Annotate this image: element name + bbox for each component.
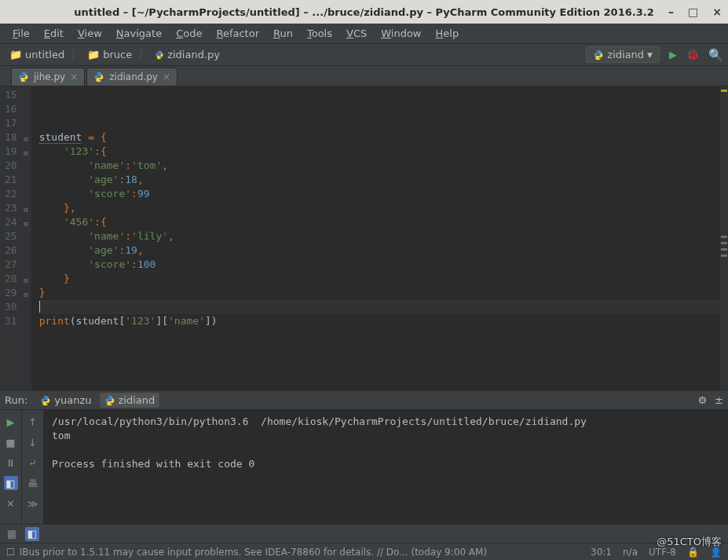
pause-button[interactable]: ⏸ [4, 456, 18, 470]
menu-navigate[interactable]: Navigate [110, 25, 168, 42]
stripe-mark-icon [721, 242, 727, 244]
rerun-button[interactable]: ▶ [4, 415, 18, 429]
chevron-right-icon: 〉 [137, 48, 150, 62]
event-log-icon[interactable]: ☐ [6, 547, 15, 558]
code-line[interactable]: } [39, 286, 728, 300]
stop-button[interactable]: ■ [4, 435, 18, 449]
pin-button[interactable]: ◧ [4, 476, 18, 490]
editor-tab-zidiand-py[interactable]: zidiand.py× [86, 68, 177, 86]
code-line[interactable]: '456':{ [39, 215, 728, 229]
python-icon [155, 50, 164, 60]
code-line[interactable] [39, 88, 728, 102]
run-button[interactable]: ▶ [669, 49, 677, 60]
menu-run[interactable]: Run [267, 25, 299, 42]
run-side-toolbar-2: ↑ ↓ ⤶ 🖶 ≫ [22, 410, 44, 524]
fold-icon[interactable]: ⊟ [24, 287, 27, 302]
print-icon[interactable]: 🖶 [26, 476, 40, 490]
fold-icon[interactable]: ⊟ [24, 132, 27, 146]
hector-icon[interactable]: 👤 [710, 547, 722, 558]
fold-icon[interactable]: ⊟ [24, 203, 27, 217]
stripe-warning-icon [721, 90, 727, 92]
lock-icon[interactable]: 🔒 [687, 547, 699, 558]
status-message: IBus prior to 1.5.11 may cause input pro… [20, 547, 487, 558]
editor-tab-jihe-py[interactable]: jihe.py× [11, 68, 85, 86]
insert-indicator: n/a [623, 547, 638, 558]
fold-icon[interactable]: ⊟ [24, 146, 27, 160]
fold-icon[interactable]: ⊟ [24, 273, 27, 287]
code-line[interactable]: 'score':99 [39, 187, 728, 201]
encoding-indicator[interactable]: UTF-8 [649, 547, 676, 558]
code-line[interactable]: } [39, 272, 728, 286]
code-line[interactable]: '123':{ [39, 145, 728, 159]
code-line[interactable] [39, 116, 728, 130]
code-line[interactable] [39, 300, 728, 314]
code-line[interactable]: student = { [39, 130, 728, 145]
run-config-label: zidiand [607, 49, 644, 60]
maximize-icon[interactable]: □ [688, 5, 698, 18]
code-line[interactable]: print(student['123']['name']) [39, 314, 728, 328]
chevron-right-icon: 〉 [69, 48, 82, 62]
search-icon[interactable]: 🔍 [708, 48, 723, 62]
run-output[interactable]: /usr/local/python3/bin/python3.6 /home/k… [44, 410, 728, 524]
code-line[interactable] [39, 102, 728, 116]
menu-code[interactable]: Code [170, 25, 208, 42]
wrap-icon[interactable]: ⤶ [26, 456, 40, 470]
breadcrumb-label: bruce [103, 49, 132, 60]
more-icon[interactable]: ≫ [26, 496, 40, 511]
close-tab-icon[interactable]: × [163, 71, 170, 82]
error-stripe [720, 86, 728, 390]
tab-label: jihe.py [34, 71, 65, 82]
menu-help[interactable]: Help [430, 25, 466, 42]
python-icon [18, 71, 29, 82]
stripe-mark-icon [721, 254, 727, 257]
menu-file[interactable]: File [6, 25, 36, 42]
breadcrumb-untitled[interactable]: 📁untitled [5, 47, 69, 62]
run-tab-zidiand[interactable]: zidiand [100, 393, 160, 408]
folder-icon: 📁 [87, 49, 100, 60]
code-line[interactable]: }, [39, 201, 728, 215]
breadcrumb-bruce[interactable]: 📁bruce [82, 47, 137, 62]
close-run-button[interactable]: ✕ [4, 496, 18, 511]
code-line[interactable]: 'age':19, [39, 243, 728, 258]
tool-button[interactable]: ▦ [5, 527, 19, 541]
down-arrow-icon[interactable]: ↓ [26, 435, 40, 449]
stripe-mark-icon [721, 236, 727, 238]
fold-icon[interactable]: ⊟ [24, 217, 27, 231]
menu-vcs[interactable]: VCS [340, 25, 373, 42]
run-tab-yuanzu[interactable]: yuanzu [35, 393, 96, 408]
menu-bar: FileEditViewNavigateCodeRefactorRunTools… [0, 24, 728, 44]
stripe-mark-icon [721, 248, 727, 251]
minimize-icon[interactable]: – [668, 5, 674, 18]
hide-icon[interactable]: ± [715, 394, 723, 406]
line-gutter: 15161718⊟19⊟20212223⊟24⊟25262728⊟29⊟3031 [0, 86, 31, 390]
menu-view[interactable]: View [71, 25, 108, 42]
menu-window[interactable]: Window [375, 25, 427, 42]
breadcrumb-label: zidiand.py [167, 49, 220, 60]
run-tab-label: yuanzu [54, 394, 91, 406]
python-icon [593, 49, 604, 60]
menu-edit[interactable]: Edit [38, 25, 70, 42]
code-line[interactable]: 'name':'lily', [39, 229, 728, 243]
gear-icon[interactable]: ⚙ [697, 394, 707, 406]
close-tab-icon[interactable]: × [70, 71, 78, 82]
editor[interactable]: 15161718⊟19⊟20212223⊟24⊟25262728⊟29⊟3031… [0, 86, 728, 390]
editor-tabs: jihe.py×zidiand.py× [0, 66, 728, 86]
run-side-toolbar-1: ▶ ■ ⏸ ◧ ✕ [0, 410, 22, 524]
code-line[interactable]: 'name':'tom', [39, 159, 728, 173]
code-line[interactable]: 'score':100 [39, 258, 728, 272]
window-controls: – □ × [668, 5, 722, 18]
up-arrow-icon[interactable]: ↑ [26, 415, 40, 429]
run-configuration-dropdown[interactable]: zidiand ▼ [586, 46, 660, 63]
status-bar: ☐ IBus prior to 1.5.11 may cause input p… [0, 543, 728, 560]
menu-refactor[interactable]: Refactor [210, 25, 265, 42]
window-title: untitled – [~/PycharmProjects/untitled] … [74, 6, 653, 18]
line-col-indicator[interactable]: 30:1 [591, 547, 612, 558]
tool-button-selected[interactable]: ◧ [25, 527, 39, 541]
close-icon[interactable]: × [712, 5, 722, 18]
code-body[interactable]: student = { '123':{ 'name':'tom', 'age':… [31, 86, 728, 390]
python-icon [40, 395, 51, 406]
menu-tools[interactable]: Tools [301, 25, 338, 42]
breadcrumb-zidiand-py[interactable]: zidiand.py [150, 47, 225, 62]
debug-button[interactable]: 🐞 [686, 49, 699, 60]
code-line[interactable]: 'age':18, [39, 173, 728, 187]
